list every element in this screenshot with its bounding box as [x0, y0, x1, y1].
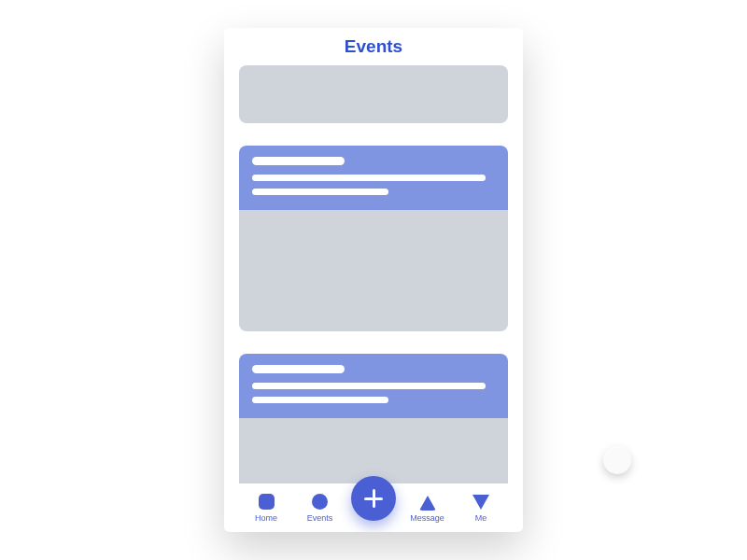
profile-icon — [472, 494, 489, 511]
tab-label: Home — [255, 513, 277, 523]
side-knob[interactable] — [603, 446, 631, 474]
home-icon — [258, 494, 275, 511]
event-card[interactable] — [239, 354, 508, 483]
event-card-header — [239, 146, 508, 210]
page-title: Events — [345, 36, 402, 57]
header: Events — [224, 28, 523, 65]
event-card-body — [239, 418, 508, 483]
tab-message[interactable]: Message — [406, 494, 449, 523]
skeleton-line — [252, 397, 388, 403]
tab-bar: Home Events Message Me — [224, 483, 523, 532]
tab-label: Events — [307, 513, 333, 523]
skeleton-title — [252, 365, 345, 373]
skeleton-title — [252, 157, 345, 165]
events-icon — [312, 494, 329, 511]
event-card[interactable] — [239, 146, 508, 331]
tab-label: Me — [475, 513, 487, 523]
content-area[interactable] — [224, 65, 523, 483]
skeleton-line — [252, 189, 388, 195]
banner-placeholder — [239, 65, 508, 123]
skeleton-line — [252, 383, 486, 389]
bell-icon — [419, 494, 436, 511]
tab-home[interactable]: Home — [245, 494, 288, 523]
add-button[interactable] — [351, 476, 396, 521]
event-card-header — [239, 354, 508, 418]
tab-label: Message — [410, 513, 444, 523]
skeleton-line — [252, 175, 486, 181]
tab-events[interactable]: Events — [299, 494, 342, 523]
event-card-body — [239, 210, 508, 331]
device-frame: Events — [224, 28, 523, 532]
tab-me[interactable]: Me — [459, 494, 502, 523]
